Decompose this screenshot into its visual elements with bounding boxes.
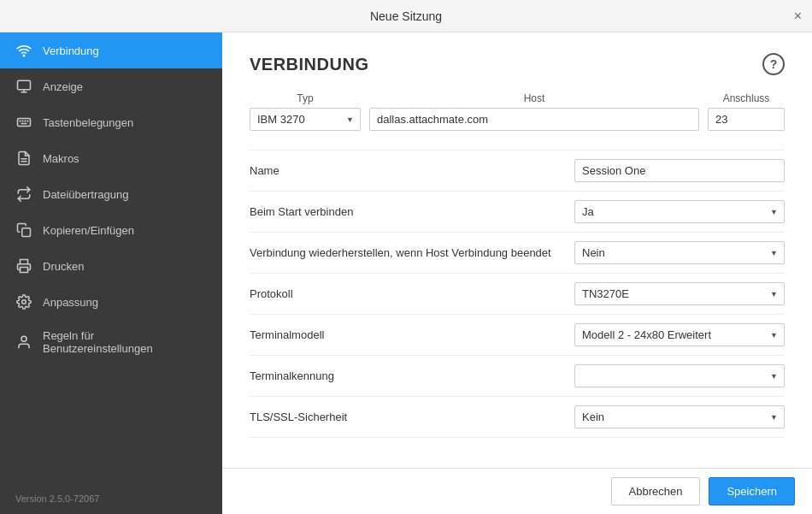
settings-icon xyxy=(15,293,32,310)
typ-field: Typ IBM 3270 xyxy=(250,92,361,131)
form-select-1[interactable]: JaNein xyxy=(574,200,785,223)
typ-select[interactable]: IBM 3270 xyxy=(250,108,361,131)
form-control-3: TN3270ETN3270 xyxy=(574,282,785,305)
form-label-5: Terminalkennung xyxy=(250,369,574,382)
form-control-5 xyxy=(574,364,785,387)
anschluss-input[interactable] xyxy=(708,108,785,131)
section-header: VERBINDUNG ? xyxy=(250,53,785,75)
form-select-wrapper-3: TN3270ETN3270 xyxy=(574,282,785,305)
keyboard-icon xyxy=(15,114,32,131)
form-select-wrapper-6: KeinTLSSSL xyxy=(574,405,785,428)
dialog-title: Neue Sitzung xyxy=(370,9,442,23)
dialog-titlebar: Neue Sitzung × xyxy=(0,0,812,32)
typ-select-wrapper: IBM 3270 xyxy=(250,108,361,131)
form-input-0[interactable] xyxy=(574,159,785,182)
content-area: VERBINDUNG ? Typ IBM 3270 Host xyxy=(222,32,812,468)
anschluss-label: Anschluss xyxy=(708,92,785,104)
form-row-2: Verbindung wiederherstellen, wenn Host V… xyxy=(250,232,785,273)
user-icon xyxy=(15,334,32,351)
sidebar-item-verbindung[interactable]: Verbindung xyxy=(0,32,222,68)
sidebar-version: Version 2.5.0-72067 xyxy=(0,483,222,514)
sidebar-item-makros-label: Makros xyxy=(43,152,79,165)
form-control-6: KeinTLSSSL xyxy=(574,405,785,428)
copy-icon xyxy=(15,222,32,239)
sidebar-item-drucken-label: Drucken xyxy=(43,260,84,273)
form-rows: NameBeim Start verbindenJaNeinVerbindung… xyxy=(250,150,785,438)
svg-point-0 xyxy=(23,55,25,56)
form-label-0: Name xyxy=(250,164,574,177)
sidebar-item-anzeige-label: Anzeige xyxy=(43,80,83,93)
sidebar-item-tastenbelegungen-label: Tastenbelegungen xyxy=(43,116,133,129)
sidebar-item-makros[interactable]: Makros xyxy=(0,140,222,176)
monitor-icon xyxy=(15,78,32,95)
typ-label: Typ xyxy=(250,92,361,104)
close-button[interactable]: × xyxy=(794,9,802,23)
form-select-wrapper-4: Modell 2 - 24x80 ErweitertModell 3 - 32x… xyxy=(574,323,785,346)
sidebar-item-tastenbelegungen[interactable]: Tastenbelegungen xyxy=(0,104,222,140)
form-label-3: Protokoll xyxy=(250,287,574,300)
sidebar-item-anpassung[interactable]: Anpassung xyxy=(0,284,222,320)
dialog: Neue Sitzung × Verbindung xyxy=(0,0,812,514)
form-label-6: TLS/SSL-Sicherheit xyxy=(250,411,574,423)
sidebar-item-kopieren-einfuegen-label: Kopieren/Einfügen xyxy=(43,224,134,237)
wifi-icon xyxy=(15,42,32,59)
cancel-button[interactable]: Abbrechen xyxy=(611,477,701,505)
form-select-5[interactable] xyxy=(574,364,785,387)
file-icon xyxy=(15,150,32,167)
sidebar-item-regeln-label: Regeln für Benutzereinstellungen xyxy=(43,329,207,355)
host-input[interactable] xyxy=(369,108,699,131)
anschluss-field: Anschluss xyxy=(708,92,785,131)
dialog-body: Verbindung Anzeige xyxy=(0,32,812,514)
form-select-2[interactable]: JaNein xyxy=(574,241,785,264)
form-row-1: Beim Start verbindenJaNein xyxy=(250,191,785,232)
form-row-6: TLS/SSL-SicherheitKeinTLSSSL xyxy=(250,396,785,438)
form-label-2: Verbindung wiederherstellen, wenn Host V… xyxy=(250,246,574,259)
form-row-0: Name xyxy=(250,150,785,191)
svg-rect-1 xyxy=(18,80,31,90)
sidebar-item-anpassung-label: Anpassung xyxy=(43,296,98,309)
svg-point-14 xyxy=(22,300,26,304)
form-label-1: Beim Start verbinden xyxy=(250,205,574,218)
form-select-3[interactable]: TN3270ETN3270 xyxy=(574,282,785,305)
form-row-5: Terminalkennung xyxy=(250,355,785,396)
form-select-4[interactable]: Modell 2 - 24x80 ErweitertModell 3 - 32x… xyxy=(574,323,785,346)
sidebar-item-anzeige[interactable]: Anzeige xyxy=(0,68,222,104)
form-select-wrapper-5 xyxy=(574,364,785,387)
svg-rect-12 xyxy=(22,228,31,237)
sidebar-item-verbindung-label: Verbindung xyxy=(43,44,99,57)
form-label-4: Terminalmodell xyxy=(250,328,574,341)
connection-row: Typ IBM 3270 Host Anschluss xyxy=(250,92,785,131)
section-title: VERBINDUNG xyxy=(250,55,368,74)
sidebar-item-drucken[interactable]: Drucken xyxy=(0,248,222,284)
form-control-1: JaNein xyxy=(574,200,785,223)
transfer-icon xyxy=(15,186,32,203)
sidebar-item-dateiuebertragung[interactable]: Dateiübertragung xyxy=(0,176,222,212)
form-select-wrapper-1: JaNein xyxy=(574,200,785,223)
form-select-6[interactable]: KeinTLSSSL xyxy=(574,405,785,428)
svg-rect-13 xyxy=(21,268,28,273)
sidebar-item-dateiuebertragung-label: Dateiübertragung xyxy=(43,188,128,201)
form-control-2: JaNein xyxy=(574,241,785,264)
svg-point-15 xyxy=(21,336,26,341)
form-row-4: TerminalmodellModell 2 - 24x80 Erweitert… xyxy=(250,314,785,355)
dialog-footer: Abbrechen Speichern xyxy=(222,468,812,514)
sidebar-item-kopieren-einfuegen[interactable]: Kopieren/Einfügen xyxy=(0,212,222,248)
main-content: VERBINDUNG ? Typ IBM 3270 Host xyxy=(222,32,812,514)
sidebar: Verbindung Anzeige xyxy=(0,32,222,514)
form-select-wrapper-2: JaNein xyxy=(574,241,785,264)
form-control-0 xyxy=(574,159,785,182)
print-icon xyxy=(15,257,32,275)
host-label: Host xyxy=(369,92,699,104)
help-icon[interactable]: ? xyxy=(762,53,785,75)
svg-rect-4 xyxy=(18,119,31,127)
form-control-4: Modell 2 - 24x80 ErweitertModell 3 - 32x… xyxy=(574,323,785,346)
form-row-3: ProtokollTN3270ETN3270 xyxy=(250,273,785,314)
host-field: Host xyxy=(369,92,699,131)
sidebar-item-regeln[interactable]: Regeln für Benutzereinstellungen xyxy=(0,320,222,364)
sidebar-nav: Verbindung Anzeige xyxy=(0,32,222,483)
save-button[interactable]: Speichern xyxy=(709,477,795,505)
